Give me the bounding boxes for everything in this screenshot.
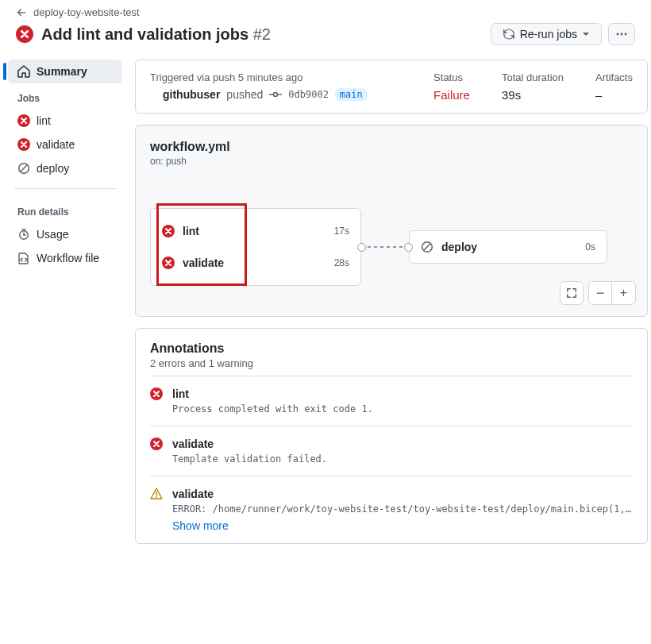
kebab-icon [615,28,628,40]
workflow-graph[interactable]: lint 17s validate 28s [150,208,633,286]
x-circle-icon [162,256,175,269]
plus-icon: + [620,287,627,299]
status-value: Failure [433,88,470,102]
stopwatch-icon [17,228,30,241]
skip-icon [17,162,30,175]
graph-connector [361,246,409,248]
breadcrumb-repo[interactable]: deploy-toy-website-test [33,6,140,18]
page-title: Add lint and validation jobs #2 [41,25,271,44]
svg-point-2 [625,33,627,36]
expand-icon [566,287,577,299]
file-code-icon [17,252,30,264]
status-label: Status [433,71,470,83]
actor-link[interactable]: githubuser [163,88,220,101]
sidebar-job-deploy[interactable]: deploy [8,156,122,180]
graph-node-deploy[interactable]: deploy 0s [410,231,607,263]
annotation-message: Template validation failed. [172,453,327,465]
annotation-name: validate [172,438,327,450]
workflow-title[interactable]: workflow.yml [150,140,633,154]
annotation-name: validate [172,488,633,500]
trigger-text: Triggered via push 5 minutes ago [150,71,402,83]
svg-point-1 [621,33,623,36]
annotation-message: Process completed with exit code 1. [172,403,373,415]
zoom-in-button[interactable]: + [612,281,636,305]
workflow-trigger: on: push [150,156,633,167]
graph-node-group-2: deploy 0s [409,230,607,264]
sidebar-workflow-file[interactable]: Workflow file [8,246,122,270]
breadcrumb[interactable]: deploy-toy-website-test [0,0,651,18]
artifacts-label: Artifacts [595,71,633,83]
annotations-title: Annotations [150,341,633,356]
x-circle-icon [150,388,163,400]
sidebar-run-details-heading: Run details [8,197,122,222]
x-circle-icon [17,138,30,151]
x-circle-icon [162,225,175,237]
annotation-message: ERROR: /home/runner/work/toy-website-tes… [172,503,633,515]
svg-line-10 [424,244,430,250]
x-circle-icon [16,25,33,43]
graph-node-lint[interactable]: lint 17s [151,215,360,247]
warning-icon [150,488,163,500]
fullscreen-button[interactable] [560,281,584,305]
pushed-word: pushed [226,88,263,101]
artifacts-value: – [595,88,633,102]
skip-icon [421,241,433,253]
commit-icon [269,88,282,101]
rerun-jobs-button[interactable]: Re-run jobs [491,23,602,45]
annotation-item[interactable]: validate ERROR: /home/runner/work/toy-we… [150,476,633,543]
arrow-left-icon [16,7,27,18]
sidebar-divider [14,188,116,189]
branch-chip[interactable]: main [335,88,368,101]
sidebar: Summary Jobs lint validate deploy Run de… [8,60,125,544]
sidebar-job-lint[interactable]: lint [8,109,122,133]
show-more-link[interactable]: Show more [172,519,633,532]
more-actions-button[interactable] [608,23,635,45]
sidebar-jobs-heading: Jobs [8,83,122,109]
commit-sha[interactable]: 0db9002 [288,89,329,100]
annotation-item[interactable]: lint Process completed with exit code 1. [150,376,633,426]
duration-value: 39s [502,88,564,102]
workflow-card: workflow.yml on: push lint 17s [135,125,648,317]
sync-icon [503,28,515,40]
duration-label: Total duration [502,71,564,83]
svg-line-4 [21,165,27,172]
annotations-card: Annotations 2 errors and 1 warning lint … [135,328,648,544]
graph-node-validate[interactable]: validate 28s [151,247,360,279]
minus-icon: − [596,286,605,300]
caret-down-icon [582,30,590,38]
run-number: #2 [253,25,271,43]
sidebar-job-validate[interactable]: validate [8,133,122,156]
x-circle-icon [17,114,30,127]
svg-point-6 [274,93,278,97]
annotations-summary: 2 errors and 1 warning [150,357,633,369]
zoom-out-button[interactable]: − [588,281,612,305]
sidebar-usage[interactable]: Usage [8,222,122,246]
run-info-card: Triggered via push 5 minutes ago githubu… [135,60,648,114]
home-icon [17,65,30,78]
graph-node-group-1: lint 17s validate 28s [150,208,361,286]
svg-point-0 [617,33,619,36]
x-circle-icon [150,438,163,450]
annotation-item[interactable]: validate Template validation failed. [150,426,633,476]
svg-point-12 [156,496,157,498]
annotation-name: lint [172,388,373,400]
sidebar-summary[interactable]: Summary [8,60,122,83]
